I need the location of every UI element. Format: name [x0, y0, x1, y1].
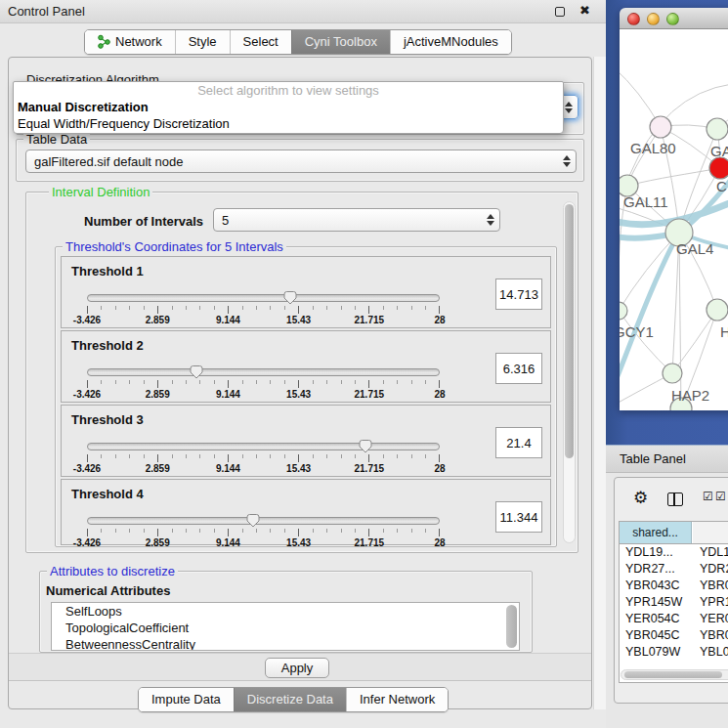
list-item[interactable]: BetweennessCentrality [52, 636, 519, 651]
cell-name: YBR0 [700, 578, 728, 594]
dropdown-prompt-item[interactable]: Select algorithm to view settings [14, 82, 563, 99]
close-traffic-light-icon[interactable] [627, 13, 640, 25]
tab-infer-network-label: Infer Network [360, 692, 435, 707]
tick-label: 28 [434, 315, 445, 325]
control-panel: Control Panel ✖ Network Style Se [0, 0, 606, 728]
slider-thumb[interactable] [245, 513, 261, 528]
tab-jactivemnodules[interactable]: jActiveMNodules [390, 30, 511, 54]
table-row[interactable]: YBL079WYBL0 [620, 644, 728, 660]
slider-track[interactable] [87, 368, 440, 376]
dropdown-option-equal-width-frequency[interactable]: Equal Width/Frequency Discretization [14, 115, 563, 132]
column-header-shared-name[interactable]: shared... [620, 522, 692, 543]
tick-label: 2.859 [146, 315, 170, 325]
table-row[interactable]: YBR043CYBR0 [620, 578, 728, 594]
node-label-gal80: GAL80 [630, 140, 676, 156]
interval-scrollbar-thumb[interactable] [565, 204, 574, 458]
tick-label: 2.859 [146, 537, 170, 548]
table-row[interactable]: YER054CYER0 [620, 611, 728, 627]
threshold-3-value-field[interactable]: 21.4 [495, 427, 542, 458]
close-icon[interactable]: ✖ [579, 3, 590, 18]
zoom-traffic-light-icon[interactable] [666, 13, 679, 25]
slider-thumb[interactable] [189, 364, 204, 379]
slider-tick-labels: -3.426 2.859 9.144 15.43 21.715 28 [87, 537, 440, 549]
tab-select[interactable]: Select [230, 30, 291, 54]
table-row[interactable]: YBR045CYBR0 [620, 627, 728, 644]
slider-track[interactable] [87, 517, 440, 525]
checkbox-icon[interactable]: ☑ [715, 490, 726, 503]
threshold-4-slider[interactable] [87, 513, 440, 529]
numerical-attributes-list[interactable]: SelfLoops TopologicalCoefficient Between… [51, 602, 520, 651]
number-of-intervals-combobox[interactable]: 5 [213, 208, 500, 232]
tab-select-label: Select [243, 34, 278, 49]
number-of-intervals-value: 5 [222, 213, 482, 228]
cell-shared-name: YER054C [625, 611, 692, 627]
threshold-4-value-field[interactable]: 11.344 [495, 501, 542, 533]
tab-discretize-data-label: Discretize Data [247, 692, 333, 707]
network-node-hap2[interactable] [663, 364, 682, 383]
list-item[interactable]: SelfLoops [52, 603, 519, 620]
tab-impute-data-label: Impute Data [151, 692, 221, 707]
attributes-list-scrollbar[interactable] [506, 605, 517, 648]
table-row[interactable]: YPR145WYPR1 [620, 594, 728, 611]
tab-network-label: Network [115, 34, 162, 49]
network-node-gal80[interactable] [650, 116, 671, 138]
table-row[interactable]: YDL19...YDL1 [620, 544, 728, 561]
slider-track[interactable] [87, 443, 440, 450]
top-tab-bar: Network Style Select Cyni Toolbox jActiv… [84, 29, 512, 55]
tick-label: -3.426 [73, 389, 101, 400]
table-rows: YDL19...YDL1 YDR27...YDR2 YBR043CYBR0 YP… [620, 544, 728, 660]
dropdown-option-manual-discretization[interactable]: Manual Discretization [14, 99, 563, 115]
gear-icon[interactable]: ⚙ [633, 488, 648, 507]
tick-label: 2.859 [146, 463, 170, 474]
network-node-h[interactable] [707, 299, 728, 321]
checkbox-icon[interactable]: ☑ [703, 490, 713, 503]
tick-label: 15.43 [286, 537, 311, 548]
tab-discretize-data[interactable]: Discretize Data [234, 688, 346, 711]
table-data-combobox[interactable]: galFiltered.sif default node [25, 150, 577, 173]
table-horizontal-scrollbar[interactable] [621, 669, 728, 680]
threshold-1-slider[interactable] [87, 290, 440, 306]
cytoscape-desktop: GAL80 GA C GAL11 GAL4 GCY1 H HAP2 Table … [606, 0, 728, 728]
tab-impute-data[interactable]: Impute Data [139, 688, 234, 711]
network-canvas[interactable]: GAL80 GA C GAL11 GAL4 GCY1 H HAP2 [620, 29, 728, 410]
tick-label: 28 [434, 537, 445, 548]
cell-name: YDL1 [700, 544, 728, 561]
network-node-ga[interactable] [707, 118, 728, 140]
slider-thumb[interactable] [358, 439, 373, 453]
table-horizontal-scrollbar-thumb[interactable] [624, 671, 722, 678]
tab-cyni-toolbox[interactable]: Cyni Toolbox [291, 30, 390, 54]
slider-ticks [87, 380, 440, 388]
panel-vertical-scrollbar[interactable] [593, 57, 606, 709]
network-node-gcy1[interactable] [620, 302, 627, 320]
column-header-name[interactable]: name [693, 522, 728, 543]
node-label-h: H [720, 323, 728, 340]
float-window-icon[interactable] [555, 7, 565, 17]
slider-track[interactable] [87, 294, 440, 302]
threshold-2-value-field[interactable]: 6.316 [495, 353, 542, 384]
node-label-gcy1: GCY1 [620, 323, 654, 340]
cell-shared-name: YDR27... [625, 561, 692, 578]
column-layout-icon[interactable] [667, 492, 683, 506]
threshold-2-slider[interactable] [87, 364, 440, 380]
node-label-gal4: GAL4 [676, 240, 713, 257]
tab-infer-network[interactable]: Infer Network [346, 688, 448, 711]
table-row[interactable]: YDR27...YDR2 [620, 561, 728, 578]
tab-style[interactable]: Style [175, 30, 230, 54]
minimize-traffic-light-icon[interactable] [647, 13, 660, 25]
network-tab-icon [98, 34, 110, 49]
network-window-titlebar[interactable] [620, 8, 728, 29]
network-graph: GAL80 GA C GAL11 GAL4 GCY1 H HAP2 [620, 29, 728, 410]
threshold-3-slider[interactable] [87, 439, 440, 454]
interval-scrollbar[interactable] [563, 201, 576, 543]
slider-ticks [87, 306, 440, 314]
tick-label: 9.144 [216, 315, 240, 325]
tick-label: 21.715 [355, 463, 385, 474]
numerical-attributes-label: Numerical Attributes [43, 583, 173, 598]
apply-button[interactable]: Apply [265, 658, 329, 678]
list-item[interactable]: TopologicalCoefficient [52, 620, 519, 636]
threshold-1-value-field[interactable]: 14.713 [495, 278, 542, 310]
slider-thumb[interactable] [282, 290, 298, 305]
application-root: Control Panel ✖ Network Style Se [0, 0, 728, 728]
network-node-selected-red[interactable] [709, 157, 728, 179]
tab-network[interactable]: Network [85, 30, 175, 54]
